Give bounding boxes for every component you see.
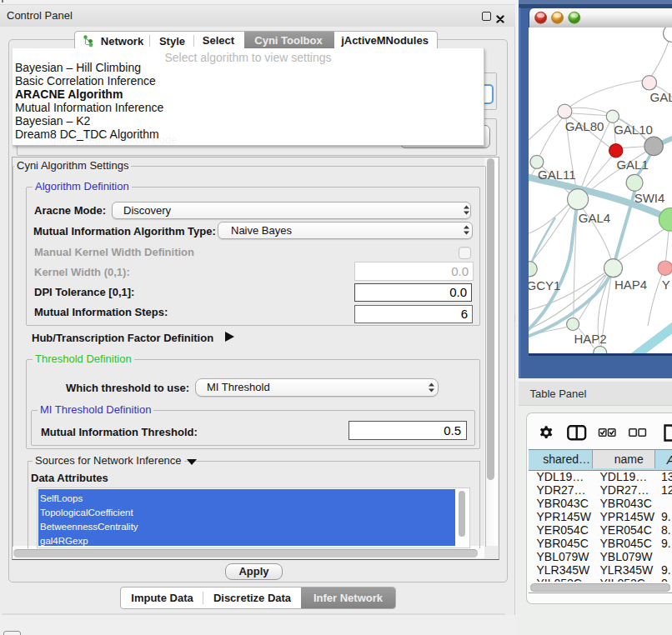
svg-text:GAL11: GAL11	[538, 168, 576, 182]
svg-text:GAL7: GAL7	[650, 90, 672, 104]
svg-text:HAP2: HAP2	[574, 332, 606, 346]
svg-text:SWI4: SWI4	[634, 191, 665, 205]
svg-text:GAL10: GAL10	[614, 122, 653, 137]
svg-text:GAL1: GAL1	[616, 158, 648, 172]
svg-text:GAL80: GAL80	[565, 119, 604, 133]
svg-text:HAP4: HAP4	[614, 278, 647, 292]
svg-text:Y: Y	[662, 278, 670, 292]
svg-text:GAL4: GAL4	[579, 211, 610, 225]
svg-text:GCY1: GCY1	[529, 278, 560, 292]
